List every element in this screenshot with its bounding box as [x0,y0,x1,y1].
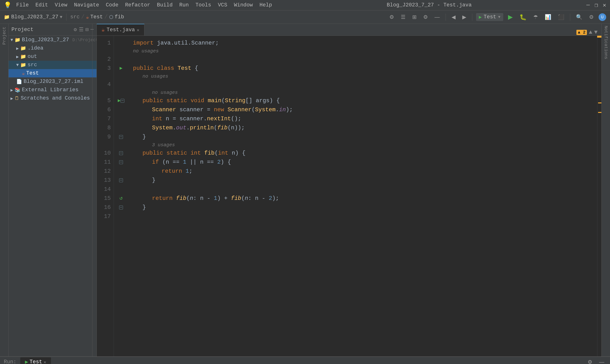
settings-main-button[interactable]: ⚙ [587,13,596,21]
menu-window[interactable]: Window [234,2,253,8]
fold-5-icon[interactable]: − [121,99,124,103]
tree-item-out[interactable]: ▶ 📁 out [9,52,96,61]
menu-navigate[interactable]: Navigate [74,2,99,8]
menu-edit[interactable]: Edit [36,2,48,8]
chevron-down-icon: ▼ [11,38,13,42]
stop-button[interactable]: ⬛ [556,13,566,21]
menu-bar: File Edit View Navigate Code Refactor Bu… [16,2,272,8]
gutter-13: − [114,176,128,185]
tab-close-button[interactable]: ✕ [137,27,139,33]
code-line-14 [133,185,592,194]
window-controls[interactable]: — ❐ ✕ [586,2,606,9]
code-line-12: return 1; [133,167,592,176]
notifications-strip: Notifications [601,24,610,356]
gutter-run-5[interactable]: ▶ − [114,96,128,105]
line-num-9: 9 [97,132,114,142]
bottom-panel: Run: ▶ Test ✕ ⚙ — ▶ 🔧 ⬇ 🗑 🖨 ✕ "C:\Progra… [0,356,610,364]
separator2 [446,13,446,21]
run-config-label: Test [484,14,496,20]
line-num-1: 1 [97,39,114,48]
run-arrow-icon[interactable]: ▶ [120,64,122,73]
fold-9-icon[interactable]: − [119,135,123,139]
gutter-10: − [114,149,128,158]
gear-icon[interactable]: ⚙ [74,26,77,33]
scratches-chevron-icon: ▶ [11,96,13,101]
menu-code[interactable]: Code [106,2,118,8]
menu-refactor[interactable]: Refactor [125,2,150,8]
iml-label: Blog_J2023_7_27.iml [24,78,83,85]
code-line-13: } [133,176,592,185]
project-scrollbar[interactable] [92,24,96,356]
menu-view[interactable]: View [55,2,67,8]
run-tab-close-icon[interactable]: ✕ [44,360,46,364]
tree-item-src[interactable]: ▼ 📁 src [9,61,96,69]
fold-16-icon[interactable]: − [119,206,123,209]
user-avatar[interactable]: U [598,13,606,21]
line-num-14: 14 [97,185,114,194]
nav-down-icon[interactable]: ▼ [594,29,597,36]
tree-item-iml[interactable]: 📄 Blog_J2023_7_27.iml [9,78,96,86]
bottom-tab-run-active[interactable]: ▶ Test ✕ [20,357,51,364]
line-num-hint [97,48,114,55]
bottom-minimize-button[interactable]: — [597,358,606,364]
maximize-button[interactable]: ❐ [595,2,598,9]
code-line-15: return fib(n: n - 1) + fib(n: n - 2); [133,194,592,203]
structure-toolbar-button[interactable]: ☰ [399,13,407,21]
bottom-settings-button[interactable]: ⚙ [586,358,594,364]
fold-13-icon[interactable]: − [119,178,123,182]
split-toolbar-button[interactable]: ⊞ [410,13,418,21]
fold-11-icon[interactable]: − [119,160,123,164]
tree-item-root[interactable]: ▼ 📁 Blog_J2023_7_27 D:\Project\JAVA\Blog… [9,36,96,44]
coverage-button[interactable]: ☂ [531,13,540,21]
search-everywhere-button[interactable]: 🔍 [574,13,584,21]
tree-item-scratches[interactable]: ▶ 🗒 Scratches and Consoles [9,94,96,103]
line-numbers: 1 2 3 4 5 6 7 8 9 10 11 12 13 14 15 16 [97,36,114,356]
menu-vcs[interactable]: VCS [218,2,227,8]
menu-file[interactable]: File [16,2,29,8]
tree-item-idea[interactable]: ▶ 📁 .idea [9,44,96,52]
line-num-13: 13 [97,176,114,185]
debug-button[interactable]: 🐛 [518,13,529,21]
toolbar: 📁 Blog_J2023_7_27 ▼ src / ☕ Test / ⬡ fib… [0,11,610,24]
code-content[interactable]: import java.util.Scanner; no usages publ… [128,36,597,356]
back-button[interactable]: ◀ [450,13,457,21]
editor-tab-test[interactable]: ☕ Test.java ✕ [97,24,144,36]
close-button[interactable]: ✕ [603,2,606,9]
minimize-panel-button[interactable]: — [433,13,442,21]
code-line-9: } [133,132,592,142]
tree-item-test[interactable]: ☕ Test [9,69,96,78]
forward-button[interactable]: ▶ [460,13,468,21]
gear-toolbar-button[interactable]: ⚙ [421,13,430,21]
code-line-6: Scanner scanner = new Scanner(System.in)… [133,105,592,114]
hint-line-1: no usages [133,48,592,55]
menu-run[interactable]: Run [180,2,189,8]
fold-10-icon[interactable]: − [119,151,123,155]
gutter-15: ↺ [114,194,128,203]
gutter-1 [114,39,128,48]
run-configuration[interactable]: ▶ Test ▼ [476,13,503,21]
refresh-icon[interactable]: ↺ [119,194,122,203]
gear2-icon[interactable]: ☰ [79,26,84,33]
nav-up-icon[interactable]: ▲ [589,29,592,36]
project-strip-label[interactable]: Project [1,25,8,47]
fib-label: fib [115,14,124,20]
line-num-7: 7 [97,114,114,123]
notifications-label[interactable]: Notifications [603,24,609,61]
code-line-3: public class Test { [133,64,592,73]
tree-item-ext-libs[interactable]: ▶ 📚 External Libraries [9,86,96,94]
run-arrow-5-icon[interactable]: ▶ [118,96,121,105]
profile-button[interactable]: 📊 [543,13,553,21]
gutter-run-arrow-3[interactable]: ▶ [114,64,128,73]
settings-toolbar-button[interactable]: ⚙ [388,13,396,21]
menu-help[interactable]: Help [260,2,272,8]
run-button[interactable]: ▶ [506,13,515,22]
menu-build[interactable]: Build [157,2,173,8]
run-panel-label: Run: [4,359,16,364]
minimize-button[interactable]: — [586,2,590,9]
right-gutter[interactable] [597,36,601,356]
split-h-icon[interactable]: ⊟ [86,26,89,33]
code-line-17 [133,212,592,221]
line-num-8: 8 [97,123,114,132]
window-title: Blog_J2023_7_27 - Test.java [272,2,586,8]
menu-tools[interactable]: Tools [195,2,211,8]
